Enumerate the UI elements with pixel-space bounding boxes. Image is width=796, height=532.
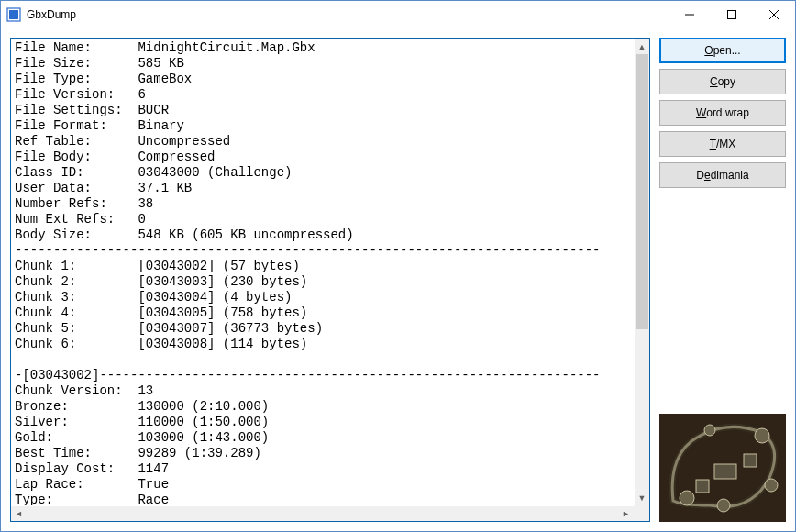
svg-point-7 [680,491,694,505]
tmx-button[interactable]: T/MX [659,131,786,157]
dedimania-button[interactable]: Dedimania [659,162,786,188]
svg-rect-12 [696,480,709,493]
app-window: GbxDump File Name: MidnightCircuit.Map.G… [0,0,796,532]
close-button[interactable] [753,1,795,28]
svg-point-9 [765,479,778,492]
client-area: File Name: MidnightCircuit.Map.Gbx File … [1,28,795,531]
minimize-button[interactable] [669,1,711,28]
svg-rect-13 [744,454,757,467]
scrollbar-corner [634,505,649,521]
scroll-down-arrow-icon[interactable]: ▼ [635,490,649,505]
scroll-left-arrow-icon[interactable]: ◄ [11,506,27,521]
dump-pane: File Name: MidnightCircuit.Map.Gbx File … [10,38,650,522]
app-icon [6,7,21,22]
vertical-scroll-thumb[interactable] [636,54,648,329]
svg-rect-11 [714,464,736,479]
word-wrap-button[interactable]: Word wrap [659,100,786,126]
svg-point-14 [717,499,730,512]
map-thumbnail [659,414,786,522]
svg-point-10 [704,425,715,436]
svg-rect-1 [9,10,18,19]
svg-line-5 [769,10,779,19]
titlebar[interactable]: GbxDump [1,1,795,28]
dump-text-area[interactable]: File Name: MidnightCircuit.Map.Gbx File … [11,39,649,521]
dump-text: File Name: MidnightCircuit.Map.Gbx File … [11,39,649,510]
scroll-right-arrow-icon[interactable]: ► [618,506,634,521]
side-panel: Open... Copy Word wrap T/MX Dedimania [659,38,786,522]
svg-line-4 [769,10,779,19]
vertical-scrollbar[interactable]: ▲ ▼ [634,39,649,505]
open-button[interactable]: Open... [659,38,786,63]
maximize-button[interactable] [711,1,753,28]
scroll-up-arrow-icon[interactable]: ▲ [635,39,649,54]
copy-button[interactable]: Copy [659,69,786,94]
horizontal-scrollbar[interactable]: ◄ ► [11,505,649,521]
svg-point-8 [755,428,769,443]
svg-rect-3 [728,10,736,18]
window-title: GbxDump [27,8,669,21]
